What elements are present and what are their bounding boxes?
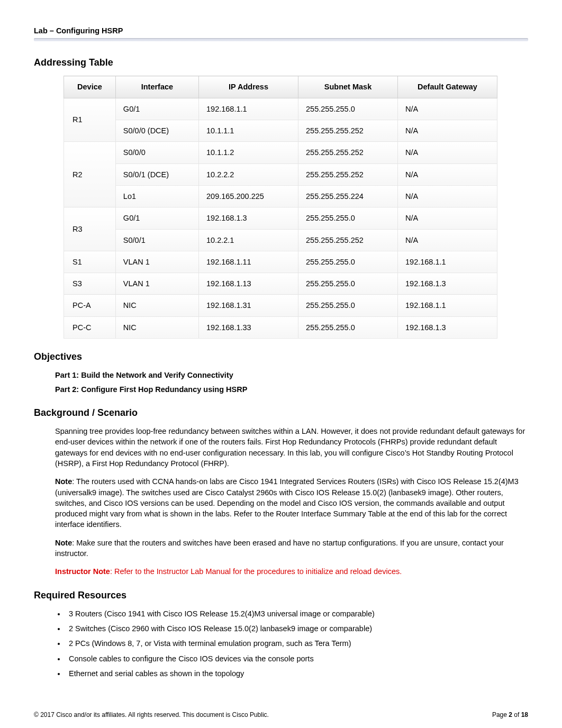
- mask-cell: 255.255.255.0: [298, 207, 398, 229]
- mask-cell: 255.255.255.0: [298, 98, 398, 120]
- gateway-cell: 192.168.1.1: [398, 295, 497, 316]
- ip-cell: 192.168.1.3: [199, 207, 298, 229]
- interface-cell: VLAN 1: [115, 273, 198, 295]
- device-cell: S3: [64, 273, 116, 295]
- background-note1: Note: The routers used with CCNA hands-o…: [55, 476, 528, 530]
- mask-cell: 255.255.255.0: [298, 316, 398, 338]
- gateway-cell: 192.168.1.3: [398, 273, 497, 295]
- interface-cell: G0/1: [115, 207, 198, 229]
- table-row: PC-CNIC192.168.1.33255.255.255.0192.168.…: [64, 316, 497, 338]
- instructor-note-body: : Refer to the Instructor Lab Manual for…: [110, 567, 402, 576]
- footer-page-current: 2: [509, 711, 512, 718]
- page-header-title: Lab – Configuring HSRP: [34, 25, 528, 36]
- list-item: 2 Switches (Cisco 2960 with Cisco IOS Re…: [66, 623, 528, 634]
- table-row: R3G0/1192.168.1.3255.255.255.0N/A: [64, 207, 497, 229]
- table-row: S0/0/110.2.2.1255.255.255.252N/A: [64, 229, 497, 251]
- col-interface: Interface: [115, 76, 198, 98]
- ip-cell: 192.168.1.33: [199, 316, 298, 338]
- table-row: R2S0/0/010.1.1.2255.255.255.252N/A: [64, 142, 497, 163]
- interface-cell: S0/0/0: [115, 142, 198, 163]
- col-device: Device: [64, 76, 116, 98]
- interface-cell: G0/1: [115, 98, 198, 120]
- section-background-title: Background / Scenario: [34, 406, 528, 420]
- gateway-cell: N/A: [398, 120, 497, 142]
- mask-cell: 255.255.255.252: [298, 229, 398, 251]
- page-footer: © 2017 Cisco and/or its affiliates. All …: [34, 711, 528, 720]
- section-resources-title: Required Resources: [34, 589, 528, 602]
- device-cell: PC-C: [64, 316, 116, 338]
- mask-cell: 255.255.255.0: [298, 251, 398, 272]
- table-row: Lo1209.165.200.225255.255.255.224N/A: [64, 185, 497, 207]
- note1-body: : The routers used with CCNA hands-on la…: [55, 477, 519, 529]
- objective-part1: Part 1: Build the Network and Verify Con…: [55, 370, 528, 380]
- table-row: R1G0/1192.168.1.1255.255.255.0N/A: [64, 98, 497, 120]
- footer-copyright: © 2017 Cisco and/or its affiliates. All …: [34, 711, 269, 718]
- footer-page: Page 2 of 18: [492, 711, 528, 720]
- footer-page-total: 18: [521, 711, 528, 718]
- list-item: 3 Routers (Cisco 1941 with Cisco IOS Rel…: [66, 608, 528, 619]
- ip-cell: 192.168.1.11: [199, 251, 298, 272]
- interface-cell: S0/0/1: [115, 229, 198, 251]
- objective-part2: Part 2: Configure First Hop Redundancy u…: [55, 384, 528, 395]
- mask-cell: 255.255.255.0: [298, 273, 398, 295]
- device-cell: R1: [64, 98, 116, 142]
- gateway-cell: N/A: [398, 98, 497, 120]
- table-row: S0/0/0 (DCE)10.1.1.1255.255.255.252N/A: [64, 120, 497, 142]
- ip-cell: 10.2.2.2: [199, 163, 298, 185]
- list-item: Ethernet and serial cables as shown in t…: [66, 668, 528, 679]
- ip-cell: 10.2.2.1: [199, 229, 298, 251]
- ip-cell: 192.168.1.13: [199, 273, 298, 295]
- ip-cell: 192.168.1.31: [199, 295, 298, 316]
- mask-cell: 255.255.255.252: [298, 163, 398, 185]
- background-body: Spanning tree provides loop-free redunda…: [55, 426, 528, 577]
- objectives-list: Part 1: Build the Network and Verify Con…: [55, 370, 528, 395]
- table-row: S3VLAN 1192.168.1.13255.255.255.0192.168…: [64, 273, 497, 295]
- device-cell: PC-A: [64, 295, 116, 316]
- col-gateway: Default Gateway: [398, 76, 497, 98]
- col-mask: Subnet Mask: [298, 76, 398, 98]
- note2-body: : Make sure that the routers and switche…: [55, 539, 504, 558]
- gateway-cell: N/A: [398, 142, 497, 163]
- background-p1: Spanning tree provides loop-free redunda…: [55, 426, 528, 469]
- ip-cell: 209.165.200.225: [199, 185, 298, 207]
- list-item: Console cables to configure the Cisco IO…: [66, 653, 528, 664]
- mask-cell: 255.255.255.252: [298, 142, 398, 163]
- interface-cell: NIC: [115, 316, 198, 338]
- device-cell: S1: [64, 251, 116, 272]
- footer-page-label: Page: [492, 711, 509, 718]
- resources-list: 3 Routers (Cisco 1941 with Cisco IOS Rel…: [66, 608, 528, 679]
- interface-cell: S0/0/1 (DCE): [115, 163, 198, 185]
- footer-page-of: of: [512, 711, 521, 718]
- table-row: PC-ANIC192.168.1.31255.255.255.0192.168.…: [64, 295, 497, 316]
- list-item: 2 PCs (Windows 8, 7, or Vista with termi…: [66, 638, 528, 649]
- addressing-table: Device Interface IP Address Subnet Mask …: [64, 76, 497, 339]
- instructor-note: Instructor Note: Refer to the Instructor…: [55, 566, 528, 577]
- gateway-cell: N/A: [398, 207, 497, 229]
- section-addressing-title: Addressing Table: [34, 56, 528, 69]
- table-row: S0/0/1 (DCE)10.2.2.2255.255.255.252N/A: [64, 163, 497, 185]
- interface-cell: S0/0/0 (DCE): [115, 120, 198, 142]
- table-row: S1VLAN 1192.168.1.11255.255.255.0192.168…: [64, 251, 497, 272]
- note-label: Note: [55, 477, 72, 486]
- ip-cell: 10.1.1.1: [199, 120, 298, 142]
- ip-cell: 10.1.1.2: [199, 142, 298, 163]
- gateway-cell: 192.168.1.3: [398, 316, 497, 338]
- note-label: Note: [55, 539, 72, 547]
- section-objectives-title: Objectives: [34, 350, 528, 363]
- interface-cell: Lo1: [115, 185, 198, 207]
- mask-cell: 255.255.255.0: [298, 295, 398, 316]
- interface-cell: NIC: [115, 295, 198, 316]
- mask-cell: 255.255.255.224: [298, 185, 398, 207]
- ip-cell: 192.168.1.1: [199, 98, 298, 120]
- addressing-table-wrap: Device Interface IP Address Subnet Mask …: [64, 76, 528, 339]
- device-cell: R2: [64, 142, 116, 207]
- gateway-cell: N/A: [398, 229, 497, 251]
- gateway-cell: N/A: [398, 163, 497, 185]
- instructor-note-label: Instructor Note: [55, 567, 110, 576]
- gateway-cell: N/A: [398, 185, 497, 207]
- interface-cell: VLAN 1: [115, 251, 198, 272]
- mask-cell: 255.255.255.252: [298, 120, 398, 142]
- header-divider: [34, 38, 528, 41]
- device-cell: R3: [64, 207, 116, 251]
- gateway-cell: 192.168.1.1: [398, 251, 497, 272]
